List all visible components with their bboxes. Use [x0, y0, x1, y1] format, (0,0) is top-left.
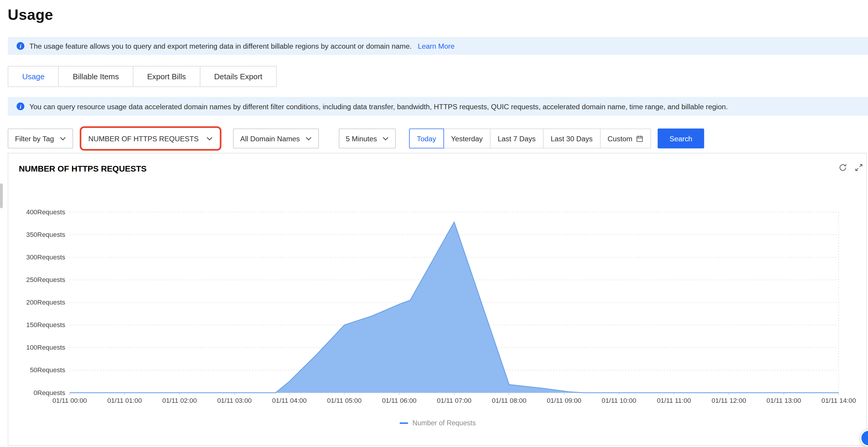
page-title: Usage: [8, 6, 868, 24]
chart-title: NUMBER OF HTTPS REQUESTS: [19, 164, 147, 173]
tab-bar: Usage Billable Items Export Bills Detail…: [8, 66, 868, 87]
filter-by-tag-label: Filter by Tag: [15, 135, 54, 143]
tab-details-export[interactable]: Details Export: [199, 66, 277, 87]
svg-text:150Requests: 150Requests: [26, 321, 65, 329]
svg-text:01/11 01:00: 01/11 01:00: [107, 397, 142, 404]
usage-area-chart: 0Requests50Requests100Requests150Request…: [8, 153, 866, 445]
expand-icon[interactable]: [854, 162, 864, 173]
interval-dropdown[interactable]: 5 Minutes: [339, 128, 396, 148]
svg-text:50Requests: 50Requests: [30, 366, 65, 374]
chart-card: NUMBER OF HTTPS REQUESTS 0Requests50Requ…: [8, 153, 867, 446]
filters-info-text: You can query resource usage data accele…: [29, 102, 728, 111]
metric-dropdown-label: NUMBER OF HTTPS REQUESTS: [88, 135, 199, 143]
chevron-down-icon: [207, 137, 213, 140]
info-icon: i: [17, 102, 24, 110]
filter-toolbar: Filter by Tag NUMBER OF HTTPS REQUESTS A…: [8, 126, 868, 150]
range-yesterday[interactable]: Yesterday: [443, 128, 490, 148]
range-custom[interactable]: Custom: [600, 128, 651, 148]
svg-text:Number of Requests: Number of Requests: [412, 419, 476, 427]
usage-page: Usage i The usage feature allows you to …: [0, 0, 868, 447]
svg-text:01/11 02:00: 01/11 02:00: [162, 397, 197, 404]
time-range-group: Today Yesterday Last 7 Days Last 30 Days…: [409, 128, 651, 148]
svg-text:350Requests: 350Requests: [26, 231, 65, 238]
svg-text:01/11 11:00: 01/11 11:00: [657, 397, 691, 404]
domain-dropdown-label: All Domain Names: [240, 135, 300, 143]
svg-text:100Requests: 100Requests: [26, 344, 65, 351]
svg-text:01/11 04:00: 01/11 04:00: [272, 397, 306, 404]
svg-text:300Requests: 300Requests: [26, 254, 65, 261]
learn-more-link[interactable]: Learn More: [418, 42, 455, 50]
svg-text:01/11 09:00: 01/11 09:00: [547, 397, 581, 404]
refresh-icon[interactable]: [837, 162, 847, 173]
svg-text:01/11 12:00: 01/11 12:00: [712, 397, 746, 404]
svg-text:01/11 14:00: 01/11 14:00: [822, 397, 856, 404]
svg-text:400Requests: 400Requests: [26, 208, 65, 216]
range-last-7-days[interactable]: Last 7 Days: [490, 128, 544, 148]
svg-text:01/11 06:00: 01/11 06:00: [382, 397, 416, 404]
svg-text:01/11 07:00: 01/11 07:00: [437, 397, 471, 404]
svg-text:01/11 10:00: 01/11 10:00: [601, 397, 636, 404]
svg-text:01/11 00:00: 01/11 00:00: [53, 397, 87, 404]
info-banner-top: i The usage feature allows you to query …: [8, 37, 868, 55]
range-today[interactable]: Today: [409, 128, 444, 148]
info-banner-filters: i You can query resource usage data acce…: [8, 97, 868, 116]
info-icon: i: [17, 42, 24, 50]
svg-text:01/11 05:00: 01/11 05:00: [327, 397, 362, 404]
chevron-down-icon: [305, 137, 311, 140]
range-custom-label: Custom: [608, 135, 632, 143]
chart-toolbar: [837, 162, 864, 173]
metric-dropdown-highlight: NUMBER OF HTTPS REQUESTS: [80, 126, 221, 150]
svg-text:01/11 03:00: 01/11 03:00: [217, 397, 252, 404]
svg-text:250Requests: 250Requests: [26, 276, 65, 284]
svg-text:200Requests: 200Requests: [26, 299, 65, 306]
svg-text:01/11 08:00: 01/11 08:00: [492, 397, 526, 404]
chevron-down-icon: [382, 137, 389, 140]
chevron-down-icon: [60, 137, 66, 140]
range-last-30-days[interactable]: Last 30 Days: [543, 128, 600, 148]
filter-by-tag-dropdown[interactable]: Filter by Tag: [8, 128, 73, 148]
tab-billable-items[interactable]: Billable Items: [58, 66, 133, 87]
tab-export-bills[interactable]: Export Bills: [133, 66, 200, 87]
svg-text:0Requests: 0Requests: [33, 389, 65, 396]
metric-dropdown[interactable]: NUMBER OF HTTPS REQUESTS: [81, 128, 220, 149]
tab-usage[interactable]: Usage: [8, 66, 59, 87]
domain-dropdown[interactable]: All Domain Names: [233, 128, 319, 148]
info-banner-text: The usage feature allows you to query an…: [29, 42, 412, 50]
svg-text:01/11 13:00: 01/11 13:00: [767, 397, 801, 404]
scrollbar-thumb[interactable]: [0, 183, 3, 208]
calendar-icon: [636, 135, 644, 142]
search-button[interactable]: Search: [658, 128, 704, 148]
interval-dropdown-label: 5 Minutes: [346, 135, 377, 143]
